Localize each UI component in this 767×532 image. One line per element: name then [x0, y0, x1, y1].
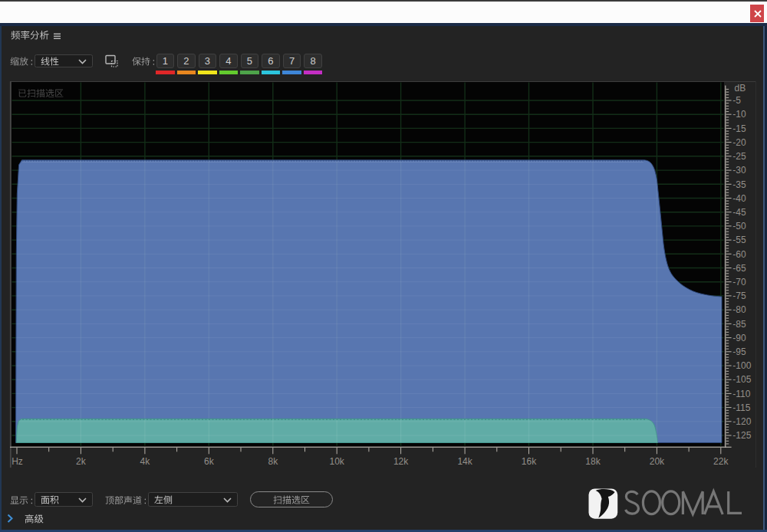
- svg-text:-90: -90: [732, 333, 746, 343]
- svg-text:-50: -50: [732, 221, 746, 232]
- svg-text:-75: -75: [732, 291, 746, 301]
- svg-text:-15: -15: [732, 123, 746, 134]
- svg-text:4k: 4k: [140, 456, 151, 467]
- svg-text:8k: 8k: [268, 456, 278, 467]
- svg-text:-60: -60: [732, 249, 746, 260]
- svg-text:-85: -85: [732, 319, 746, 330]
- svg-text:-120: -120: [732, 416, 751, 427]
- svg-text:6k: 6k: [204, 456, 215, 467]
- svg-text:-95: -95: [732, 346, 746, 357]
- svg-text:-125: -125: [732, 430, 751, 441]
- svg-text:-35: -35: [732, 179, 746, 190]
- svg-text:18k: 18k: [585, 456, 601, 467]
- svg-text:-70: -70: [732, 277, 746, 287]
- svg-text:-45: -45: [732, 207, 746, 218]
- svg-text:dB: dB: [735, 83, 746, 94]
- svg-text:16k: 16k: [522, 456, 537, 467]
- svg-text:-5: -5: [732, 95, 741, 106]
- svg-text:-65: -65: [732, 263, 746, 274]
- svg-text:20k: 20k: [650, 456, 665, 467]
- svg-text:Hz: Hz: [12, 456, 23, 467]
- svg-text:22k: 22k: [713, 456, 729, 467]
- svg-text:-40: -40: [732, 193, 746, 204]
- svg-text:10k: 10k: [330, 456, 345, 467]
- svg-text:12k: 12k: [393, 456, 409, 467]
- svg-text:-55: -55: [732, 235, 746, 245]
- svg-text:2k: 2k: [76, 456, 87, 467]
- svg-text:14k: 14k: [457, 456, 472, 467]
- svg-text:-20: -20: [732, 137, 746, 148]
- svg-text:-105: -105: [732, 374, 751, 385]
- svg-text:-100: -100: [732, 360, 751, 371]
- svg-text:-80: -80: [732, 304, 746, 315]
- svg-text:-115: -115: [732, 402, 750, 413]
- svg-text:-25: -25: [732, 151, 746, 162]
- svg-text:-30: -30: [732, 165, 746, 176]
- svg-text:-110: -110: [732, 389, 750, 399]
- svg-text:-10: -10: [732, 109, 746, 120]
